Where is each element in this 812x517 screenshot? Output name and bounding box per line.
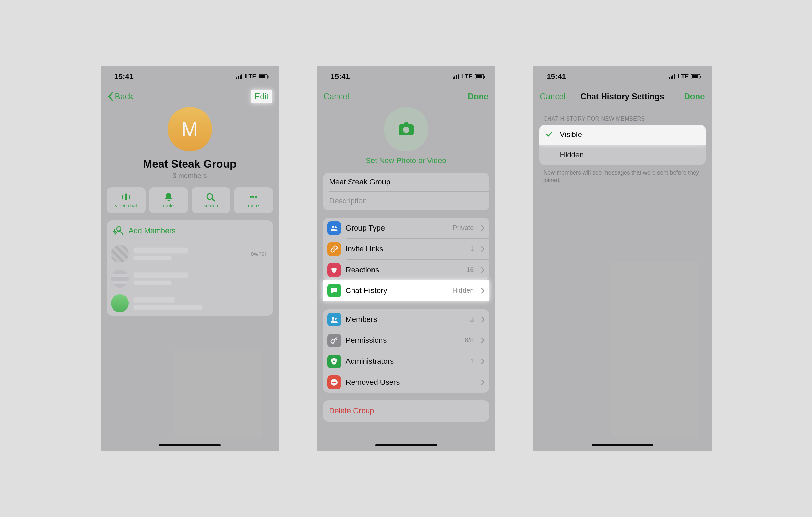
profile-header: M Meat Steak Group 3 members [101, 106, 279, 180]
chevron-right-icon [481, 358, 485, 364]
add-user-icon [113, 226, 123, 236]
members-card: Add Members owner [107, 220, 273, 316]
add-members-label: Add Members [129, 226, 176, 235]
video-chat-button[interactable]: video chat [107, 187, 146, 213]
back-button[interactable]: Back [107, 92, 133, 101]
permissions-label: Permissions [346, 336, 460, 345]
section-header: CHAT HISTORY FOR NEW MEMBERS [544, 116, 701, 122]
admins-row[interactable]: Administrators 1 [323, 351, 489, 372]
name-card: Meat Steak Group Description [323, 173, 489, 210]
svg-point-23 [335, 318, 337, 320]
removed-row[interactable]: Removed Users [323, 372, 489, 393]
delete-card: Delete Group [323, 400, 489, 422]
nav-bar: Cancel Chat History Settings Done [533, 87, 712, 106]
svg-point-17 [117, 227, 121, 231]
signal-icon [453, 74, 459, 79]
minus-icon [327, 375, 341, 389]
more-button[interactable]: more [234, 187, 273, 213]
add-members-button[interactable]: Add Members [107, 220, 273, 241]
done-button[interactable]: Done [684, 92, 705, 101]
search-button[interactable]: search [192, 187, 231, 213]
chat-history-value: Hidden [452, 286, 474, 294]
edit-label: Edit [254, 92, 268, 101]
people-icon [327, 313, 341, 326]
group-avatar[interactable]: M [168, 107, 212, 151]
options-card: Visible Hidden [539, 125, 706, 165]
battery-icon [475, 74, 485, 79]
chevron-right-icon [481, 225, 485, 231]
set-photo-label[interactable]: Set New Photo or Video [366, 156, 446, 165]
more-label: more [248, 203, 259, 209]
members-row[interactable]: Members 3 [323, 309, 489, 330]
signal-icon [669, 74, 676, 79]
heart-icon [327, 263, 341, 277]
home-indicator[interactable] [592, 444, 653, 446]
status-time: 15:41 [331, 72, 350, 81]
status-right: LTE [669, 73, 701, 80]
home-indicator[interactable] [159, 444, 221, 446]
cancel-label: Cancel [324, 92, 350, 101]
option-hidden[interactable]: Hidden [539, 145, 706, 165]
group-type-row[interactable]: Group Type Private [323, 218, 489, 238]
done-button[interactable]: Done [468, 92, 489, 101]
group-title: Meat Steak Group [143, 158, 236, 170]
members-label: Members [346, 315, 466, 324]
avatar [111, 245, 129, 263]
member-row[interactable] [107, 291, 273, 316]
done-label: Done [684, 92, 705, 101]
screen-group-info: 15:41 LTE Back Edit M Meat Steak Group 3… [101, 66, 279, 451]
bars-icon [121, 192, 131, 202]
members-value: 3 [470, 315, 474, 323]
check-icon [546, 131, 554, 139]
invite-value: 1 [470, 245, 474, 253]
reactions-label: Reactions [346, 266, 462, 274]
svg-point-22 [332, 317, 334, 320]
admins-label: Administrators [346, 357, 466, 366]
owner-tag: owner [251, 250, 266, 257]
removed-label: Removed Users [346, 378, 476, 387]
mute-button[interactable]: mute [149, 187, 188, 213]
permissions-row[interactable]: Permissions 6/8 [323, 330, 489, 351]
svg-point-14 [250, 196, 252, 198]
cancel-button[interactable]: Cancel [540, 92, 566, 101]
member-row[interactable]: owner [107, 241, 273, 266]
home-indicator[interactable] [375, 444, 437, 446]
search-icon [205, 192, 216, 202]
delete-group-button[interactable]: Delete Group [323, 400, 489, 422]
set-photo-button[interactable] [384, 107, 428, 151]
back-label: Back [115, 92, 133, 101]
option-visible[interactable]: Visible [539, 125, 706, 145]
chevron-right-icon [481, 246, 485, 252]
chevron-right-icon [481, 267, 485, 273]
chat-history-row[interactable]: Chat History Hidden [323, 280, 489, 301]
svg-point-21 [335, 226, 337, 228]
battery-icon [691, 74, 701, 79]
status-net: LTE [245, 73, 256, 80]
reactions-row[interactable]: Reactions 16 [323, 260, 489, 280]
invite-label: Invite Links [346, 245, 466, 254]
edit-button[interactable]: Edit [251, 90, 272, 103]
screen-group-edit: 15:41 LTE Cancel Done Set New Photo or V… [317, 66, 495, 451]
invite-links-row[interactable]: Invite Links 1 [323, 239, 489, 259]
link-icon [327, 242, 341, 256]
search-label: search [204, 203, 218, 209]
description-field[interactable]: Description [323, 192, 489, 210]
svg-rect-26 [332, 382, 336, 383]
visible-label: Visible [560, 130, 582, 139]
status-bar: 15:41 LTE [533, 66, 712, 87]
group-type-label: Group Type [346, 224, 448, 233]
group-subtitle: 3 members [172, 172, 207, 180]
nav-bar: Cancel Done [317, 87, 495, 106]
member-row[interactable] [107, 266, 273, 291]
group-name-field[interactable]: Meat Steak Group [323, 173, 489, 191]
camera-icon [397, 122, 415, 137]
screen-chat-history-settings: 15:41 LTE Cancel Chat History Settings D… [533, 66, 712, 451]
avatar [111, 294, 129, 312]
bell-icon [163, 192, 174, 202]
status-bar: 15:41 LTE [101, 66, 279, 87]
cancel-button[interactable]: Cancel [324, 92, 350, 101]
status-bar: 15:41 LTE [317, 66, 495, 87]
status-net: LTE [461, 73, 473, 80]
status-time: 15:41 [547, 72, 566, 81]
svg-point-16 [255, 196, 257, 198]
